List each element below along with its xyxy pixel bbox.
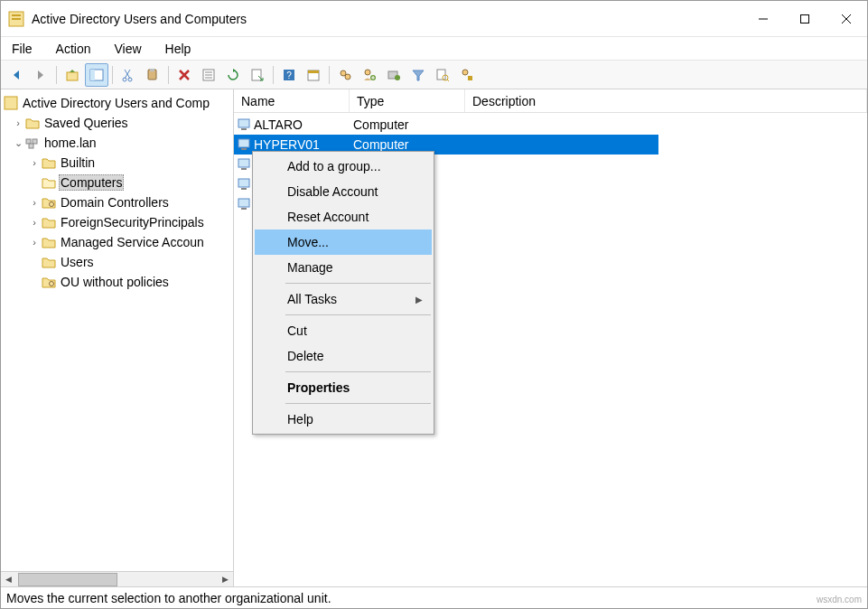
- svg-point-25: [365, 70, 370, 75]
- svg-rect-35: [468, 76, 472, 80]
- delete-button[interactable]: [173, 63, 196, 87]
- tree-item-fsp[interactable]: › ForeignSecurityPrincipals: [1, 212, 233, 232]
- tree-saved-queries[interactable]: › Saved Queries: [1, 113, 233, 133]
- folder-icon: [41, 155, 57, 170]
- list-cell-name: HYPERV01: [252, 137, 346, 152]
- svg-rect-46: [238, 159, 249, 167]
- cut-button[interactable]: [117, 63, 140, 87]
- properties-button[interactable]: [197, 63, 220, 87]
- svg-rect-43: [241, 128, 247, 130]
- copy-button[interactable]: [141, 63, 164, 87]
- svg-rect-2: [12, 18, 21, 20]
- tree-item-users[interactable]: Users: [1, 252, 233, 272]
- svg-rect-31: [437, 70, 445, 80]
- column-type[interactable]: Type: [350, 89, 465, 112]
- computer-icon: [234, 178, 252, 191]
- column-description[interactable]: Description: [465, 89, 867, 112]
- toolbar-separator: [112, 66, 113, 84]
- svg-rect-38: [33, 139, 37, 144]
- add-to-group-button[interactable]: [455, 63, 479, 87]
- twisty-icon[interactable]: ›: [28, 157, 41, 168]
- column-name[interactable]: Name: [234, 89, 350, 112]
- ctx-disable-account[interactable]: Disable Account: [255, 179, 432, 204]
- app-icon: [8, 11, 24, 27]
- twisty-icon[interactable]: ›: [28, 197, 41, 208]
- ctx-separator: [285, 314, 431, 315]
- tree-item-label: OU without policies: [59, 275, 171, 289]
- ctx-cut[interactable]: Cut: [255, 318, 432, 343]
- context-menu[interactable]: Add to a group... Disable Account Reset …: [252, 151, 434, 435]
- svg-point-24: [345, 74, 350, 80]
- tree-item-msa[interactable]: › Managed Service Accoun: [1, 232, 233, 252]
- ctx-help[interactable]: Help: [255, 407, 432, 432]
- tree-item-builtin[interactable]: › Builtin: [1, 153, 233, 173]
- ctx-add-to-group[interactable]: Add to a group...: [255, 154, 432, 179]
- tree-horizontal-scrollbar[interactable]: ◀ ▶: [1, 571, 233, 586]
- tree-item-label: ForeignSecurityPrincipals: [59, 215, 206, 230]
- twisty-icon[interactable]: ›: [12, 117, 24, 128]
- ctx-separator: [285, 403, 431, 404]
- svg-rect-42: [238, 119, 249, 127]
- maximize-button[interactable]: [784, 1, 826, 36]
- svg-rect-37: [26, 139, 31, 144]
- toolbar-separator: [168, 66, 169, 84]
- svg-rect-48: [238, 179, 249, 187]
- tree-item-label: Computers: [59, 174, 124, 191]
- ctx-separator: [285, 371, 431, 372]
- add-user-button[interactable]: [358, 63, 381, 87]
- watermark: wsxdn.com: [817, 595, 862, 604]
- scroll-right-icon[interactable]: ▶: [218, 572, 233, 587]
- add-group-button[interactable]: [382, 63, 406, 87]
- folder-icon: [41, 235, 57, 249]
- svg-rect-45: [241, 148, 247, 150]
- ctx-properties[interactable]: Properties: [255, 375, 432, 400]
- ctx-move[interactable]: Move...: [255, 230, 432, 255]
- ctx-reset-account[interactable]: Reset Account: [255, 204, 432, 230]
- tree-root-label: Active Directory Users and Comp: [21, 96, 211, 110]
- close-button[interactable]: [826, 1, 867, 36]
- minimize-button[interactable]: [742, 1, 784, 36]
- submenu-arrow-icon: ▶: [415, 295, 423, 304]
- folder-icon: [41, 255, 57, 269]
- svg-point-30: [395, 75, 400, 80]
- export-list-button[interactable]: [246, 63, 269, 87]
- twisty-icon[interactable]: ›: [28, 237, 41, 248]
- ctx-manage[interactable]: Manage: [255, 255, 432, 280]
- toolbar-separator: [56, 66, 57, 84]
- tree-root[interactable]: Active Directory Users and Comp: [1, 93, 233, 113]
- twisty-expanded-icon[interactable]: ⌄: [12, 137, 24, 149]
- menubar: File Action View Help: [1, 37, 867, 61]
- list-body[interactable]: ALTARO Computer HYPERV01 Computer: [234, 113, 867, 586]
- twisty-icon[interactable]: ›: [28, 217, 41, 228]
- tree-item-label: home.lan: [42, 136, 98, 150]
- search-button[interactable]: [431, 63, 454, 87]
- tree-item-ou-without-policies[interactable]: OU without policies: [1, 272, 233, 292]
- forward-button[interactable]: [29, 63, 52, 87]
- back-button[interactable]: [5, 63, 28, 87]
- help-button[interactable]: ?: [277, 63, 301, 87]
- show-hide-tree-button[interactable]: [85, 63, 108, 87]
- menu-file[interactable]: File: [8, 40, 36, 58]
- scroll-left-icon[interactable]: ◀: [1, 572, 16, 587]
- scroll-thumb[interactable]: [18, 573, 117, 586]
- ctx-all-tasks[interactable]: All Tasks▶: [255, 286, 432, 312]
- list-cell-type: Computer: [346, 117, 462, 132]
- calendar-button[interactable]: [302, 63, 325, 87]
- menu-action[interactable]: Action: [52, 40, 95, 58]
- ctx-item-label: Cut: [287, 323, 307, 338]
- tree-view[interactable]: Active Directory Users and Comp › Saved …: [1, 89, 233, 571]
- svg-rect-13: [150, 69, 154, 71]
- filter-button[interactable]: [406, 63, 430, 87]
- tree-item-computers[interactable]: Computers: [1, 173, 233, 192]
- menu-help[interactable]: Help: [162, 40, 195, 58]
- toolbar: ?: [1, 61, 867, 89]
- svg-rect-7: [67, 72, 78, 80]
- tree-domain[interactable]: ⌄ home.lan: [1, 133, 233, 153]
- refresh-button[interactable]: [221, 63, 245, 87]
- ctx-delete[interactable]: Delete: [255, 343, 432, 369]
- find-button[interactable]: [333, 63, 357, 87]
- tree-item-domain-controllers[interactable]: › Domain Controllers: [1, 192, 233, 212]
- menu-view[interactable]: View: [110, 40, 145, 58]
- list-row[interactable]: ALTARO Computer: [234, 115, 658, 135]
- up-button[interactable]: [61, 63, 84, 87]
